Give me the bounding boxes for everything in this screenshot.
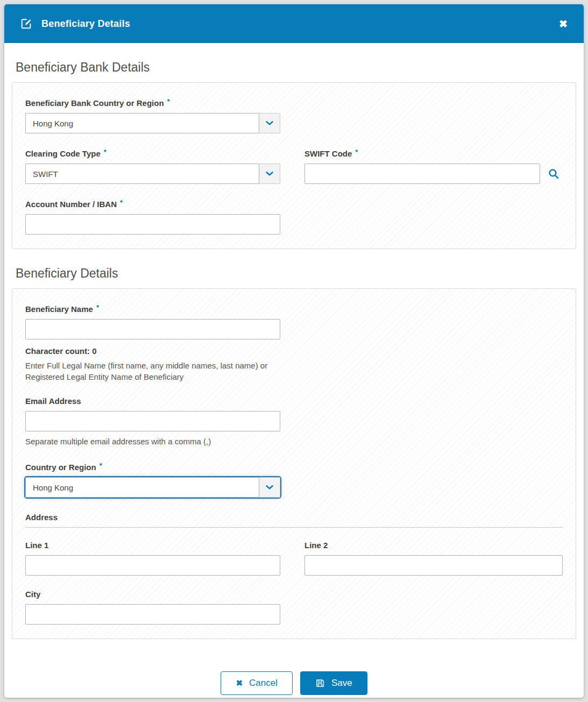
city-field: City bbox=[25, 590, 563, 625]
required-asterisk: * bbox=[355, 148, 358, 156]
modal-title: Beneficiary Details bbox=[41, 18, 130, 30]
city-label: City bbox=[25, 590, 40, 599]
country-label: Country or Region bbox=[25, 463, 96, 472]
account-number-field: Account Number / IBAN* bbox=[25, 198, 563, 235]
bank-country-select-value: Hong Kong bbox=[25, 113, 259, 133]
beneficiary-name-field: Beneficiary Name* Character count: 0 Ent… bbox=[25, 303, 563, 382]
required-asterisk: * bbox=[104, 148, 107, 156]
clearing-code-field: Clearing Code Type* SWIFT bbox=[25, 147, 280, 184]
clearing-code-label: Clearing Code Type bbox=[25, 149, 101, 158]
swift-code-label: SWIFT Code bbox=[304, 149, 352, 158]
chevron-down-icon bbox=[266, 172, 273, 176]
email-input[interactable] bbox=[25, 411, 280, 431]
clearing-code-select-toggle[interactable] bbox=[259, 164, 280, 184]
city-input[interactable] bbox=[25, 604, 280, 625]
chevron-down-icon bbox=[266, 121, 273, 125]
swift-code-field: SWIFT Code* bbox=[304, 147, 563, 184]
save-icon bbox=[315, 678, 325, 688]
beneficiary-section-heading: Beneficiary Details bbox=[16, 266, 576, 281]
country-select-toggle[interactable] bbox=[259, 477, 280, 498]
address-subsection: Address bbox=[25, 513, 563, 528]
email-field: Email Address Separate multiple email ad… bbox=[25, 396, 563, 447]
save-button[interactable]: Save bbox=[300, 671, 367, 695]
country-field: Country or Region* Hong Kong bbox=[25, 461, 563, 498]
account-number-label: Account Number / IBAN bbox=[25, 200, 117, 209]
address-divider bbox=[25, 527, 563, 528]
required-asterisk: * bbox=[120, 198, 123, 207]
address-line1-input[interactable] bbox=[25, 555, 280, 576]
cancel-x-icon: ✖ bbox=[236, 678, 243, 688]
bank-section-panel: Beneficiary Bank Country or Region* Hong… bbox=[12, 82, 576, 249]
beneficiary-name-label: Beneficiary Name bbox=[25, 304, 93, 314]
bank-country-select[interactable]: Hong Kong bbox=[25, 113, 280, 133]
required-asterisk: * bbox=[96, 303, 99, 311]
search-icon[interactable] bbox=[548, 168, 559, 180]
address-line1-field: Line 1 bbox=[25, 541, 280, 576]
clearing-code-select[interactable]: SWIFT bbox=[25, 164, 280, 184]
required-asterisk: * bbox=[100, 462, 102, 470]
cancel-button[interactable]: ✖ Cancel bbox=[221, 671, 293, 695]
beneficiary-name-help: Enter Full Legal Name (first name, any m… bbox=[25, 360, 292, 382]
modal-content: Beneficiary Bank Details Beneficiary Ban… bbox=[4, 60, 584, 695]
address-line2-label: Line 2 bbox=[304, 541, 328, 550]
country-select-value: Hong Kong bbox=[25, 477, 259, 498]
email-label: Email Address bbox=[25, 396, 81, 406]
email-help: Separate multiple email addresses with a… bbox=[25, 436, 292, 447]
clearing-code-select-value: SWIFT bbox=[25, 164, 259, 184]
account-number-input[interactable] bbox=[25, 214, 280, 235]
bank-section-heading: Beneficiary Bank Details bbox=[16, 60, 576, 75]
country-select[interactable]: Hong Kong bbox=[25, 477, 280, 498]
bank-country-label: Beneficiary Bank Country or Region bbox=[25, 98, 164, 108]
required-asterisk: * bbox=[167, 97, 170, 105]
swift-code-input[interactable] bbox=[304, 164, 540, 184]
character-count: Character count: 0 bbox=[25, 346, 563, 356]
save-button-label: Save bbox=[331, 678, 352, 689]
address-line2-input[interactable] bbox=[304, 555, 563, 576]
close-button[interactable]: ✖ bbox=[559, 19, 568, 29]
address-line1-label: Line 1 bbox=[25, 541, 48, 550]
bank-country-select-toggle[interactable] bbox=[259, 113, 280, 133]
edit-icon bbox=[20, 18, 32, 30]
address-line2-field: Line 2 bbox=[304, 541, 563, 576]
beneficiary-name-input[interactable] bbox=[25, 319, 280, 339]
close-icon: ✖ bbox=[559, 18, 568, 30]
character-count-value: 0 bbox=[92, 346, 96, 356]
cancel-button-label: Cancel bbox=[249, 678, 278, 689]
chevron-down-icon bbox=[266, 485, 273, 490]
bank-country-field: Beneficiary Bank Country or Region* Hong… bbox=[25, 97, 563, 133]
address-heading: Address bbox=[25, 513, 563, 522]
modal-footer: ✖ Cancel Save bbox=[12, 639, 576, 695]
modal-header: Beneficiary Details ✖ bbox=[4, 4, 584, 43]
beneficiary-details-modal: Beneficiary Details ✖ Beneficiary Bank D… bbox=[4, 4, 584, 698]
beneficiary-section-panel: Beneficiary Name* Character count: 0 Ent… bbox=[12, 288, 576, 639]
